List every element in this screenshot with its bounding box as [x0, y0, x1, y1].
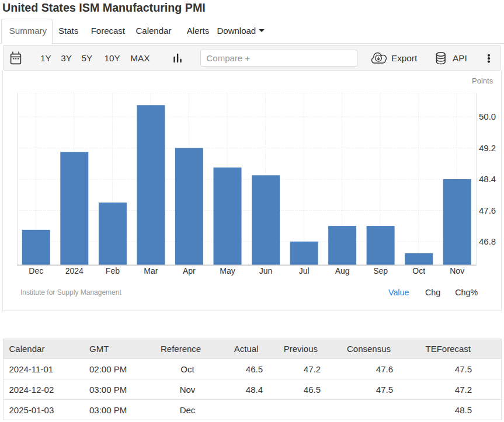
svg-text:Apr: Apr	[183, 266, 196, 275]
svg-text:Jun: Jun	[259, 266, 273, 275]
svg-text:Sep: Sep	[373, 266, 388, 275]
svg-text:Value: Value	[388, 288, 409, 297]
svg-text:Nov: Nov	[450, 266, 464, 275]
svg-text:Dec: Dec	[29, 266, 43, 275]
svg-text:48.4: 48.4	[479, 174, 496, 184]
svg-text:Jul: Jul	[299, 266, 310, 275]
svg-text:Feb: Feb	[106, 266, 120, 275]
svg-text:49.2: 49.2	[479, 143, 496, 153]
svg-text:Points: Points	[472, 76, 493, 85]
svg-text:2024: 2024	[65, 266, 84, 275]
svg-text:Oct: Oct	[412, 266, 425, 275]
svg-text:Aug: Aug	[335, 266, 350, 275]
svg-text:47.6: 47.6	[479, 205, 496, 215]
svg-text:46.8: 46.8	[479, 236, 496, 246]
svg-text:Institute for Supply Managemen: Institute for Supply Management	[20, 288, 121, 297]
svg-text:Mar: Mar	[144, 266, 158, 275]
svg-text:May: May	[220, 266, 235, 275]
svg-text:Chg%: Chg%	[455, 288, 478, 297]
svg-text:Chg: Chg	[425, 288, 440, 297]
svg-text:50.0: 50.0	[479, 111, 496, 121]
